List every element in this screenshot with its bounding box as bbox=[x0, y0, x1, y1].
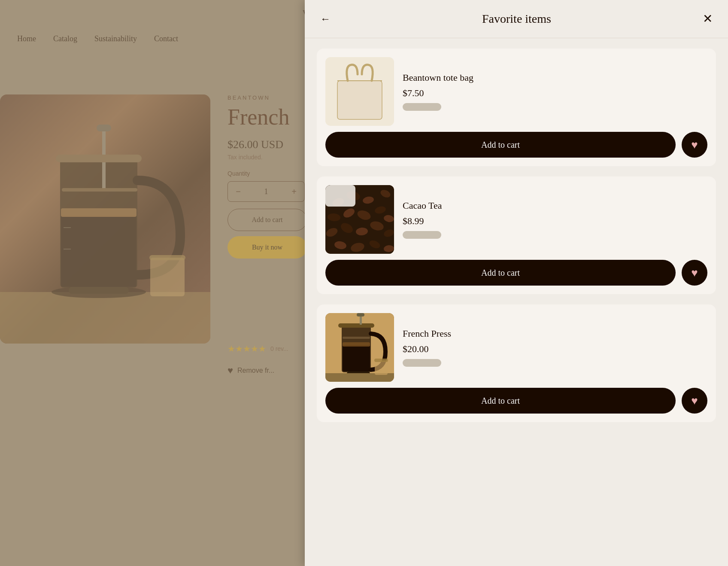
french-press-panel-actions: Add to cart ♥ bbox=[325, 388, 707, 414]
svg-rect-39 bbox=[343, 345, 370, 371]
cacao-svg bbox=[325, 185, 394, 254]
background-blur-overlay bbox=[0, 0, 305, 566]
tote-bag-details: Beantown tote bag $7.50 bbox=[403, 57, 707, 126]
heart-filled-icon-2: ♥ bbox=[691, 266, 698, 280]
cacao-tea-image bbox=[325, 185, 394, 254]
tote-bag-price: $7.50 bbox=[403, 88, 707, 99]
panel-header: ← Favorite items ✕ bbox=[305, 0, 728, 38]
svg-rect-42 bbox=[360, 315, 362, 325]
item-card-tote-bag: Beantown tote bag $7.50 Add to cart ♥ bbox=[317, 49, 716, 166]
back-arrow-icon: ← bbox=[320, 13, 331, 25]
panel-fp-svg bbox=[325, 313, 394, 382]
svg-rect-41 bbox=[338, 323, 374, 328]
tote-bag-favorite-button[interactable]: ♥ bbox=[682, 132, 707, 158]
tote-bag-image bbox=[325, 57, 394, 126]
panel-back-button[interactable]: ← bbox=[320, 13, 331, 25]
french-press-panel-details: French Press $20.00 bbox=[403, 313, 707, 382]
item-card-cacao-tea: Cacao Tea $8.99 Add to cart ♥ bbox=[317, 176, 716, 294]
cacao-tea-visual bbox=[325, 185, 394, 254]
svg-rect-43 bbox=[357, 313, 364, 316]
cacao-tea-price: $8.99 bbox=[403, 216, 707, 227]
french-press-panel-image bbox=[325, 313, 394, 382]
panel-close-button[interactable]: ✕ bbox=[703, 13, 713, 25]
cacao-tea-actions: Add to cart ♥ bbox=[325, 260, 707, 286]
cacao-tea-favorite-button[interactable]: ♥ bbox=[682, 260, 707, 286]
tote-bag-name: Beantown tote bag bbox=[403, 72, 707, 83]
item-top-tote-bag: Beantown tote bag $7.50 bbox=[325, 57, 707, 126]
french-press-panel-name: French Press bbox=[403, 328, 707, 339]
tote-bag-svg bbox=[325, 57, 394, 126]
french-press-favorite-button[interactable]: ♥ bbox=[682, 388, 707, 414]
french-press-add-to-cart-button[interactable]: Add to cart bbox=[325, 388, 676, 414]
french-press-panel-color-swatch bbox=[403, 359, 441, 367]
svg-rect-47 bbox=[375, 360, 388, 375]
item-card-french-press: French Press $20.00 Add to cart ♥ bbox=[317, 304, 716, 422]
panel-title: Favorite items bbox=[482, 12, 551, 26]
cacao-tea-color-swatch bbox=[403, 231, 441, 239]
svg-rect-15 bbox=[337, 81, 382, 119]
item-top-cacao-tea: Cacao Tea $8.99 bbox=[325, 185, 707, 254]
cacao-tea-details: Cacao Tea $8.99 bbox=[403, 185, 707, 254]
svg-rect-44 bbox=[343, 337, 370, 339]
french-press-panel-price: $20.00 bbox=[403, 344, 707, 355]
close-icon: ✕ bbox=[703, 12, 713, 25]
tote-bag-actions: Add to cart ♥ bbox=[325, 132, 707, 158]
svg-rect-48 bbox=[374, 359, 388, 362]
heart-filled-icon: ♥ bbox=[691, 138, 698, 152]
heart-filled-icon-3: ♥ bbox=[691, 394, 698, 408]
cacao-tea-add-to-cart-button[interactable]: Add to cart bbox=[325, 260, 676, 286]
item-top-french-press: French Press $20.00 bbox=[325, 313, 707, 382]
cacao-tea-name: Cacao Tea bbox=[403, 200, 707, 211]
svg-rect-40 bbox=[343, 342, 370, 347]
tote-bag-add-to-cart-button[interactable]: Add to cart bbox=[325, 132, 676, 158]
svg-rect-36 bbox=[325, 185, 355, 207]
favorites-panel: ← Favorite items ✕ bbox=[305, 0, 728, 566]
tote-bag-color-swatch bbox=[403, 103, 441, 111]
french-press-panel-visual bbox=[325, 313, 394, 382]
tote-bag-visual bbox=[325, 57, 394, 126]
